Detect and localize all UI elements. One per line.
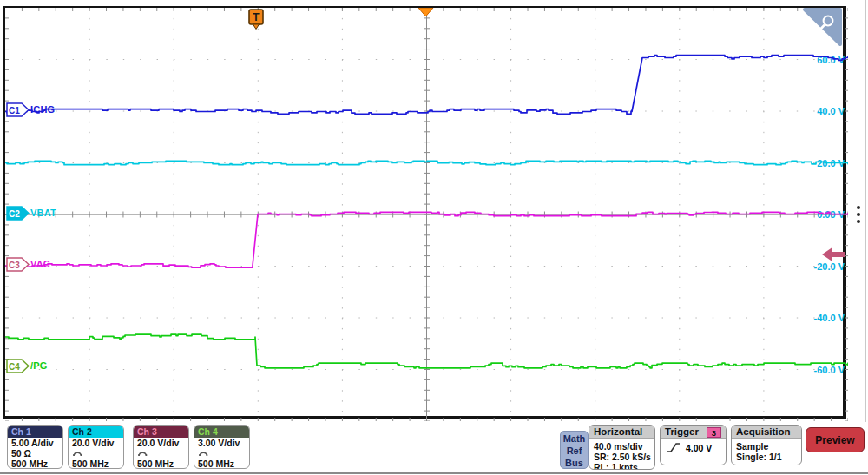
- trigger-title: Trigger: [665, 426, 699, 437]
- channel-tag-icon: C3: [6, 257, 30, 272]
- scale-label: -60.0 V: [814, 365, 845, 375]
- channel-badge-title: Ch 1: [8, 426, 62, 438]
- math-ref-bus-button[interactable]: Math Ref Bus: [560, 431, 589, 469]
- trace-label-c4: /PG: [30, 360, 48, 371]
- trace-label-c1: ICHG: [30, 104, 55, 115]
- channel-bandwidth: 500 MHz: [134, 459, 188, 469]
- acquisition-count: Single: 1/1: [732, 452, 801, 462]
- channel-badge-ch4[interactable]: Ch 43.00 V/div500 MHz: [194, 425, 250, 469]
- channel-tag-icon: C4: [6, 359, 30, 373]
- acquisition-badge[interactable]: Acquisition Sample Single: 1/1: [731, 425, 802, 465]
- channel-badge-title: Ch 3: [134, 426, 188, 438]
- math-label: Math: [561, 432, 588, 445]
- trigger-source-badge: 3: [707, 427, 721, 438]
- scale-label: 40.0 V: [817, 106, 845, 116]
- channel-tag-icon: C1: [6, 102, 30, 117]
- horizontal-scale: 40.0 ms/div: [589, 439, 654, 452]
- graticule-grid: [5, 8, 848, 421]
- horizontal-badge[interactable]: Horizontal 40.0 ms/div SR: 2.50 kS/s RL:…: [589, 425, 655, 470]
- settings-bar: Ch 15.00 A/div50 Ω500 MHzCh 220.0 V/div5…: [0, 423, 868, 472]
- channel-badge-title: Ch 4: [194, 426, 249, 438]
- horizontal-title: Horizontal: [589, 426, 654, 439]
- trace-label-c2: VBAT: [30, 208, 56, 218]
- svg-text:C2: C2: [9, 208, 20, 218]
- scale-label: -40.0 V: [814, 313, 845, 323]
- channel-bandwidth: 500 MHz: [194, 459, 249, 469]
- channel-badge-ch1[interactable]: Ch 15.00 A/div50 Ω500 MHz: [7, 425, 63, 469]
- channel-ref-badge-c2[interactable]: C2VBAT: [6, 206, 56, 221]
- channel-termination: 50 Ω: [8, 448, 62, 459]
- oscilloscope-app: 60.0 V40.0 V20.0 V0.00 V-20.0 V-40.0 V-6…: [0, 0, 868, 475]
- trigger-t-label: T: [253, 11, 260, 23]
- channel-scale: 20.0 V/div: [69, 438, 123, 448]
- channel-badge-ch3[interactable]: Ch 320.0 V/div500 MHz: [133, 425, 189, 469]
- more-options-handle-icon[interactable]: [854, 206, 863, 228]
- zoom-corner-icon[interactable]: [805, 10, 840, 44]
- acquisition-title: Acquisition: [732, 426, 801, 439]
- channel-ref-badge-c3[interactable]: C3VAC: [6, 257, 50, 272]
- channel-scale: 20.0 V/div: [134, 438, 188, 448]
- channel-scale: 5.00 A/div: [8, 438, 62, 448]
- channel-probe-row: [194, 448, 249, 459]
- channel-bandwidth: 500 MHz: [69, 459, 123, 469]
- channel-badge-ch2[interactable]: Ch 220.0 V/div500 MHz: [68, 425, 124, 469]
- svg-text:C1: C1: [9, 105, 20, 115]
- right-edge-divider: [865, 0, 866, 422]
- graticule-svg: 60.0 V40.0 V20.0 V0.00 V-20.0 V-40.0 V-6…: [5, 8, 848, 421]
- scale-label: -20.0 V: [814, 261, 845, 272]
- svg-text:C4: C4: [9, 361, 20, 371]
- rising-edge-icon: [666, 442, 681, 453]
- channel-ref-badge-c1[interactable]: C1ICHG: [6, 102, 55, 117]
- channel-badge-title: Ch 2: [69, 426, 123, 438]
- waveform-display[interactable]: 60.0 V40.0 V20.0 V0.00 V-20.0 V-40.0 V-6…: [3, 6, 846, 419]
- trigger-level-value: 4.00 V: [686, 443, 712, 453]
- probe-icon: [198, 449, 208, 457]
- sample-rate: SR: 2.50 kS/s: [589, 452, 654, 462]
- probe-icon: [72, 449, 82, 457]
- bottom-divider: [0, 472, 868, 474]
- channel-scale: 3.00 V/div: [194, 438, 249, 448]
- bus-label: Bus: [561, 457, 588, 469]
- record-length: RL: 1 kpts: [589, 462, 654, 470]
- svg-text:C3: C3: [9, 260, 20, 269]
- channel-tag-icon: C2: [6, 206, 30, 221]
- probe-icon: [137, 449, 148, 457]
- channel-probe-row: [69, 448, 123, 459]
- acquisition-mode: Sample: [732, 439, 801, 452]
- expansion-point-icon[interactable]: [418, 8, 433, 16]
- trigger-level-arrow[interactable]: [822, 248, 845, 261]
- preview-button[interactable]: Preview: [806, 427, 865, 452]
- channel-ref-badge-c4[interactable]: C4/PG: [6, 359, 48, 373]
- trigger-badge[interactable]: Trigger 3 4.00 V: [660, 425, 727, 465]
- trigger-position-marker[interactable]: T: [249, 10, 263, 30]
- ref-label: Ref: [561, 445, 588, 457]
- channel-probe-row: [134, 448, 188, 459]
- trace-label-c3: VAC: [30, 259, 50, 269]
- channel-bandwidth: 500 MHz: [8, 459, 62, 469]
